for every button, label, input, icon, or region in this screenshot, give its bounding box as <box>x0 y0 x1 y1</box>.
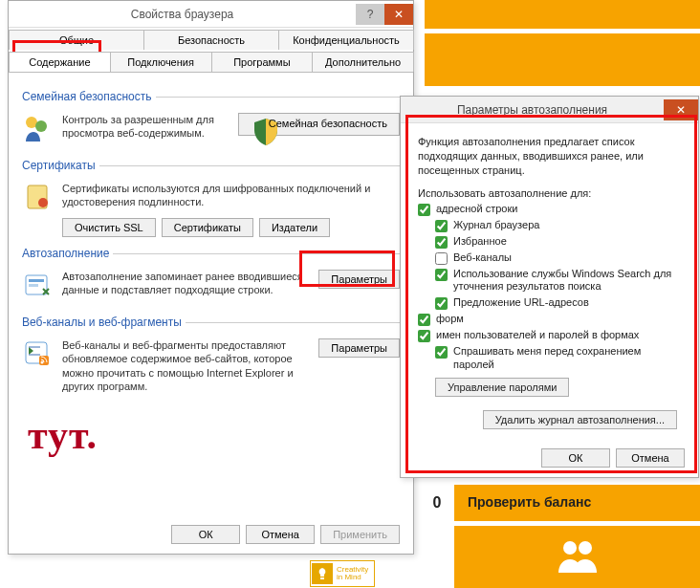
cb-history[interactable] <box>435 220 448 232</box>
sec-body: Функция автозаполнения предлагает список… <box>401 123 698 441</box>
lightbulb-icon <box>312 563 333 584</box>
tab-connections[interactable]: Подключения <box>110 52 212 72</box>
cb-asksave[interactable] <box>435 346 448 359</box>
cb-asksave-label: Спрашивать меня перед сохранением пароле… <box>453 345 681 372</box>
autocomplete-icon <box>22 270 55 302</box>
legend-cert: Сертификаты <box>22 159 99 172</box>
cb-userpass-label: имен пользователей и паролей в формах <box>436 329 639 342</box>
feed-text: Веб-каналы и веб-фрагменты предоставляют… <box>62 338 311 393</box>
ok-button[interactable]: ОК <box>171 525 240 544</box>
cb-winsearch-label: Использование службы Windows Search для … <box>453 268 681 294</box>
bg-lower-tile[interactable] <box>454 526 700 588</box>
auto-text: Автозаполнение запоминает ранее вводивши… <box>62 270 311 297</box>
people-icon <box>555 538 601 576</box>
family-text: Контроль за разрешенным для просмотра ве… <box>62 113 230 141</box>
manage-passwords-button[interactable]: Управление паролями <box>435 378 569 397</box>
feed-params-button[interactable]: Параметры <box>318 338 400 358</box>
svg-rect-8 <box>29 284 38 287</box>
balance-number: 0 <box>425 485 449 521</box>
cb-address-label: адресной строки <box>436 203 517 216</box>
shield-icon <box>251 117 266 132</box>
publishers-button[interactable]: Издатели <box>259 218 330 237</box>
sec-cancel-button[interactable]: Отмена <box>616 448 685 468</box>
cb-url-label: Предложение URL-адресов <box>453 296 589 310</box>
autocomplete-settings-dialog: Параметры автозаполнения ✕ Функция автоз… <box>400 96 699 478</box>
svg-rect-7 <box>29 279 44 282</box>
family-safety-button-label: Семейная безопасность <box>269 118 387 129</box>
cb-url[interactable] <box>435 297 448 310</box>
legend-family: Семейная безопасность <box>22 90 156 103</box>
help-button[interactable]: ? <box>356 4 384 25</box>
cancel-button[interactable]: Отмена <box>246 525 315 544</box>
tab-security[interactable]: Безопасность <box>143 30 279 50</box>
cb-form-label: форм <box>436 313 464 326</box>
cb-feeds[interactable] <box>435 252 448 265</box>
legend-auto: Автозаполнение <box>22 247 113 260</box>
autocomplete-params-button[interactable]: Параметры <box>318 270 400 289</box>
titlebar: Свойства браузера ? ✕ <box>9 1 413 28</box>
svg-point-0 <box>563 541 577 555</box>
sec-footer: ОК Отмена <box>541 448 685 468</box>
cb-history-label: Журнал браузера <box>453 219 539 232</box>
dialog-body: Семейная безопасность Контроль за разреш… <box>9 73 413 408</box>
browser-properties-dialog: Свойства браузера ? ✕ Общие Безопасность… <box>8 0 414 555</box>
tab-advanced[interactable]: Дополнительно <box>312 52 414 72</box>
cb-fav-label: Избранное <box>453 235 507 249</box>
certificates-button[interactable]: Сертификаты <box>162 218 253 237</box>
tab-general[interactable]: Общие <box>9 30 144 50</box>
svg-point-11 <box>41 361 44 364</box>
sec-intro: Функция автозаполнения предлагает список… <box>418 135 681 178</box>
feed-icon <box>22 338 55 371</box>
apply-button[interactable]: Применить <box>320 525 400 544</box>
certificate-icon <box>22 182 55 214</box>
sec-ok-button[interactable]: ОК <box>541 448 610 468</box>
sec-usefor-label: Использовать автозаполнение для: <box>418 187 681 199</box>
bg-rightpanel <box>425 33 700 86</box>
dialog-footer: ОК Отмена Применить <box>171 525 400 544</box>
svg-point-1 <box>579 541 592 555</box>
svg-point-5 <box>38 198 48 207</box>
section-certificates: Сертификаты Сертификаты используются для… <box>22 159 400 237</box>
cert-text: Сертификаты используются для шифрованных… <box>62 182 400 209</box>
balance-button[interactable]: Проверить баланс <box>454 485 700 521</box>
family-shield-icon <box>22 113 55 145</box>
tab-content[interactable]: Содержание <box>9 52 111 72</box>
bg-topbar <box>425 0 700 29</box>
family-safety-button[interactable]: Семейная безопасность <box>238 113 400 136</box>
section-family: Семейная безопасность Контроль за разреш… <box>22 90 400 149</box>
logo-line2: in Mind <box>337 574 368 581</box>
cb-userpass[interactable] <box>418 330 430 342</box>
cb-feeds-label: Веб-каналы <box>453 251 512 265</box>
cb-form[interactable] <box>418 314 430 326</box>
svg-point-3 <box>35 120 47 132</box>
delete-autocomplete-history-button[interactable]: Удалить журнал автозаполнения... <box>483 410 677 429</box>
tab-programs[interactable]: Программы <box>211 52 314 72</box>
close-button[interactable]: ✕ <box>384 4 413 25</box>
footer-logo: Creativity in Mind <box>310 560 375 587</box>
svg-rect-12 <box>320 577 324 579</box>
sec-close-button[interactable]: ✕ <box>664 99 698 120</box>
watermark-text: тут. <box>28 412 98 458</box>
tab-privacy[interactable]: Конфиденциальность <box>278 30 414 50</box>
sec-titlebar: Параметры автозаполнения ✕ <box>401 97 698 123</box>
cb-winsearch[interactable] <box>435 269 448 281</box>
cb-fav[interactable] <box>435 236 448 249</box>
clear-ssl-button[interactable]: Очистить SSL <box>62 218 156 237</box>
sec-dialog-title: Параметры автозаполнения <box>401 103 664 117</box>
section-feeds: Веб-каналы и веб-фрагменты Веб-каналы и … <box>22 316 400 397</box>
dialog-title: Свойства браузера <box>9 8 356 21</box>
section-autocomplete: Автозаполнение Автозаполнение запоминает… <box>22 247 400 306</box>
tabs: Общие Безопасность Конфиденциальность Со… <box>9 28 413 73</box>
legend-feed: Веб-каналы и веб-фрагменты <box>22 316 186 329</box>
cb-address[interactable] <box>418 204 430 216</box>
